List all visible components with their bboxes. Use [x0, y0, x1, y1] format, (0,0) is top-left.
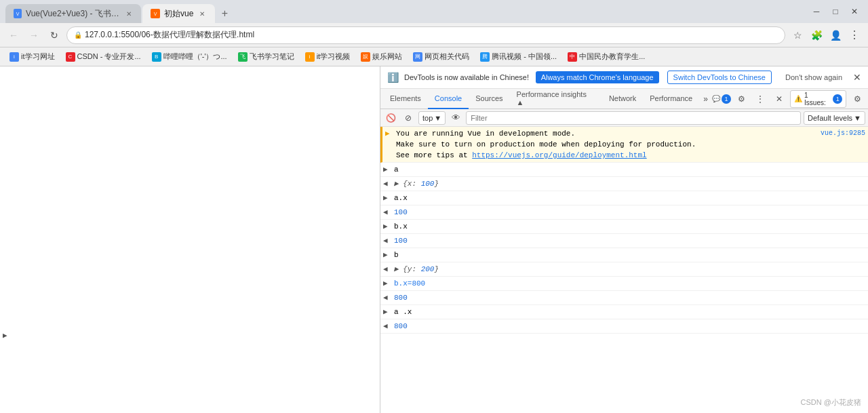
bookmark-icon-8: 腾	[480, 52, 490, 62]
minimize-button[interactable]: ─	[808, 3, 825, 20]
issues-label: 1 Issues:	[804, 92, 831, 106]
log-a-content: a	[394, 165, 399, 174]
bookmark-tencent[interactable]: 腾 腾讯视频 - 中国领...	[476, 50, 561, 63]
console-filter-toggle[interactable]: ⊘	[401, 111, 416, 125]
chrome-menu-icon[interactable]: ⋮	[846, 27, 863, 43]
expand-b-icon[interactable]: ▶	[383, 250, 388, 260]
log-100b-content: 100	[394, 237, 408, 245]
chat-icon: 💬	[712, 95, 720, 102]
bookmark-video[interactable]: i it学习视频	[301, 50, 355, 63]
console-log-by200: ◀ ▶ {y: 200}	[380, 262, 868, 277]
devtools-more-button[interactable]: ⋮	[753, 91, 769, 107]
expand-800b-icon[interactable]: ◀	[383, 321, 388, 332]
bookmark-entertainment[interactable]: 娱 娱乐网站	[357, 50, 406, 63]
tab-label-2: 初始vue	[164, 8, 193, 20]
expand-bx800-icon[interactable]: ▶	[383, 278, 388, 289]
tab-sources[interactable]: Sources	[469, 89, 509, 109]
bookmark-edu[interactable]: 中 中国民办教育学生...	[564, 50, 649, 63]
expand-a-icon[interactable]: ▶	[383, 164, 388, 175]
expand-by200-icon[interactable]: ◀	[383, 264, 388, 275]
tab-network[interactable]: Network	[602, 89, 643, 109]
url-bar[interactable]: 🔒 127.0.0.1:5500/06-数据代理/理解数据代理.html	[66, 26, 785, 44]
bookmark-icon-2: C	[66, 52, 75, 62]
log-ax-content: a.x	[394, 194, 408, 202]
console-output: ▶ vue.js:9285 You are running Vue in dev…	[380, 127, 868, 413]
tab-elements-label: Elements	[390, 94, 421, 102]
tab-performance[interactable]: Performance	[643, 89, 699, 109]
tab-performance-insights[interactable]: Performance insights ▲	[510, 89, 602, 109]
tab-close-1[interactable]: ✕	[125, 9, 133, 18]
expand-ax-icon[interactable]: ▶	[383, 193, 388, 203]
bookmark-feishu[interactable]: 飞 飞书学习笔记	[234, 50, 298, 63]
extension-puzzle-icon[interactable]: 🧩	[808, 27, 825, 43]
log-a-x-content: a .x	[394, 308, 412, 316]
notification-text: DevTools is now available in Chinese!	[404, 73, 530, 81]
reload-button[interactable]: ↻	[46, 27, 62, 43]
restore-button[interactable]: □	[827, 3, 844, 20]
tab-console[interactable]: Console	[428, 89, 469, 109]
log-800a-content: 800	[394, 294, 408, 302]
tab-favicon-1: V	[14, 9, 22, 18]
devtools-panel: ℹ️ DevTools is now available in Chinese!…	[380, 66, 868, 413]
bookmark-csdn[interactable]: C CSDN - 专业开发...	[62, 50, 145, 63]
expand-800a-icon[interactable]: ◀	[383, 292, 388, 303]
expand-100a-icon[interactable]: ◀	[383, 207, 388, 218]
log-levels-selector[interactable]: Default levels ▼	[804, 111, 865, 125]
vue-source-link[interactable]: vue.js:9285	[821, 128, 865, 139]
expand-100b-icon[interactable]: ◀	[383, 235, 388, 246]
url-text: 127.0.0.1:5500/06-数据代理/理解数据代理.html	[85, 29, 254, 41]
expand-ax100-icon[interactable]: ◀	[383, 178, 388, 189]
close-window-button[interactable]: ✕	[846, 3, 863, 20]
profile-icon[interactable]: 👤	[827, 27, 844, 43]
bookmark-star-icon[interactable]: ☆	[789, 27, 806, 43]
bookmark-bilibili[interactable]: B 哔哩哔哩（'-'）つ...	[148, 50, 231, 63]
tab-vue-docs[interactable]: V Vue(Vue2+Vue3) - 飞书云文档 ✕	[5, 4, 141, 23]
expand-bx-icon[interactable]: ▶	[383, 221, 388, 232]
issues-settings-button[interactable]: ⚙	[849, 91, 865, 107]
tab-label-1: Vue(Vue2+Vue3) - 飞书云文档	[26, 8, 121, 20]
console-warning-vue-dev: ▶ vue.js:9285 You are running Vue in dev…	[380, 127, 868, 163]
console-log-100a: ◀ 100	[380, 205, 868, 220]
switch-devtools-button[interactable]: Switch DevTools to Chinese	[667, 71, 772, 84]
chat-badge: 1	[722, 94, 731, 104]
console-toolbar-right: Default levels ▼	[804, 111, 865, 125]
main-area: ℹ️ DevTools is now available in Chinese!…	[0, 66, 868, 413]
bookmark-webcode[interactable]: 网 网页相关代码	[409, 50, 473, 63]
console-log-bx: ▶ b.x	[380, 220, 868, 234]
eye-icon-button[interactable]: 👁	[448, 111, 463, 125]
deployment-link[interactable]: https://vuejs.org/guide/deployment.html	[472, 151, 646, 159]
tab-elements[interactable]: Elements	[383, 89, 428, 109]
expand-a-x-icon[interactable]: ▶	[383, 307, 388, 317]
devtools-settings-button[interactable]: ⚙	[734, 91, 750, 107]
tab-close-2[interactable]: ✕	[197, 9, 207, 18]
devtools-tabs-right: 💬 1 ⚙ ⋮ ✕ ⚠️ 1 Issues: 1 ⚙	[712, 90, 865, 108]
forward-button[interactable]: →	[26, 27, 42, 43]
warning-expand-icon[interactable]: ▶	[385, 128, 390, 139]
log-ax100-content: ▶ {x: 100}	[394, 180, 439, 188]
more-tabs-button[interactable]: »	[699, 89, 712, 109]
clear-console-button[interactable]: 🚫	[383, 111, 398, 125]
log-b-content: b	[394, 251, 399, 259]
log-bx-content: b.x	[394, 222, 408, 231]
bookmark-it-study[interactable]: i it学习网址	[5, 50, 59, 63]
tab-vue-init[interactable]: V 初始vue ✕	[142, 4, 215, 23]
match-language-button[interactable]: Always match Chrome's language	[536, 71, 659, 83]
address-actions: ☆ 🧩 👤 ⋮	[789, 27, 863, 43]
console-log-100b: ◀ 100	[380, 234, 868, 248]
warning-line-2: Make sure to turn on production mode whe…	[396, 139, 865, 150]
tab-strip: V Vue(Vue2+Vue3) - 飞书云文档 ✕ V 初始vue ✕ +	[5, 0, 808, 23]
bookmark-label-3: 哔哩哔哩（'-'）つ...	[163, 52, 227, 62]
devtools-close-button[interactable]: ✕	[771, 91, 787, 107]
tab-console-label: Console	[435, 94, 462, 102]
context-label: top	[422, 114, 433, 122]
context-selector[interactable]: top ▼	[418, 111, 446, 125]
issues-badge[interactable]: ⚠️ 1 Issues: 1	[790, 90, 846, 108]
console-input-line: ▶	[380, 334, 868, 336]
bookmark-icon-5: i	[305, 52, 315, 62]
new-tab-button[interactable]: +	[215, 4, 234, 23]
dismiss-notification-button[interactable]: Don't show again	[780, 71, 848, 83]
devtools-tabs: Elements Console Sources Performance ins…	[380, 89, 868, 109]
console-filter-input[interactable]	[466, 111, 801, 125]
back-button[interactable]: ←	[5, 27, 22, 43]
notification-close-icon[interactable]: ✕	[853, 72, 861, 83]
